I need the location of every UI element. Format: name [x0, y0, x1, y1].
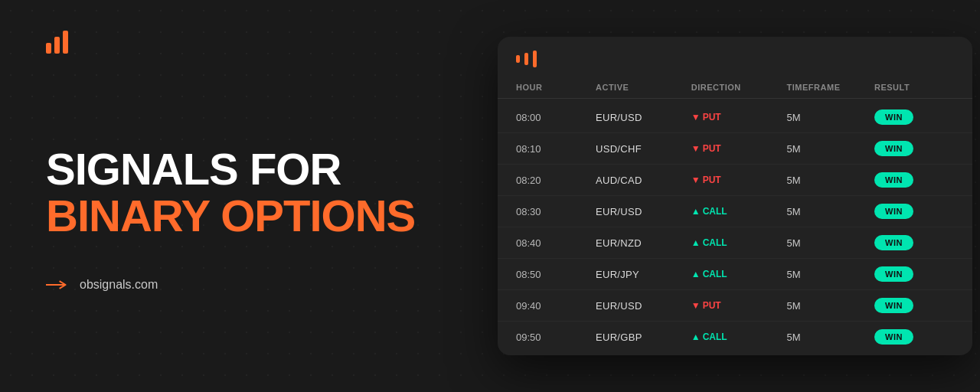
right-panel: HOUR AcTIVE DIRECTION TIMEFRAME RESULT 0… [475, 21, 980, 371]
trading-card: HOUR AcTIVE DIRECTION TIMEFRAME RESULT 0… [498, 37, 972, 355]
table-row: 08:50 EUR/JPY ▲CALL 5M WIN [498, 259, 972, 290]
card-logo-bar-2 [524, 53, 528, 65]
table-row: 08:40 EUR/NZD ▲CALL 5M WIN [498, 227, 972, 259]
cell-direction: ▲CALL [691, 206, 787, 217]
cell-hour: 08:40 [516, 237, 596, 249]
cell-result: WIN [874, 109, 954, 125]
table-row: 08:30 EUR/USD ▲CALL 5M WIN [498, 196, 972, 227]
headline-line1: SIGNALS FOR [46, 146, 429, 193]
cell-result: WIN [874, 266, 954, 282]
cell-active: AUD/CAD [596, 175, 691, 186]
cell-result: WIN [874, 141, 954, 156]
cell-timeframe: 5M [787, 300, 874, 312]
col-hour: HOUR [516, 83, 596, 92]
cell-timeframe: 5M [787, 269, 874, 280]
cell-result: WIN [874, 235, 954, 250]
cell-hour: 08:00 [516, 112, 596, 123]
logo-bar-1 [46, 43, 51, 54]
website-link[interactable]: obsignals.com [46, 278, 429, 292]
result-badge: WIN [874, 172, 913, 188]
cell-hour: 08:30 [516, 206, 596, 217]
cell-direction: ▲CALL [691, 237, 787, 248]
cell-active: USD/CHF [596, 143, 691, 155]
cell-result: WIN [874, 329, 954, 345]
cell-direction: ▼PUT [691, 175, 787, 185]
cell-timeframe: 5M [787, 332, 874, 343]
cell-timeframe: 5M [787, 175, 874, 186]
website-label: obsignals.com [80, 278, 158, 292]
card-logo-bar-1 [516, 55, 520, 63]
result-badge: WIN [874, 298, 913, 313]
table-row: 09:50 EUR/GBP ▲CALL 5M WIN [498, 322, 972, 352]
cell-hour: 08:50 [516, 269, 596, 280]
col-timeframe: TIMEFRAME [787, 83, 874, 92]
cell-result: WIN [874, 172, 954, 188]
result-badge: WIN [874, 266, 913, 282]
cell-active: EUR/USD [596, 206, 691, 217]
col-direction: DIRECTION [691, 83, 787, 92]
cell-active: EUR/USD [596, 300, 691, 312]
table-header: HOUR AcTIVE DIRECTION TIMEFRAME RESULT [498, 77, 972, 99]
cell-direction: ▼PUT [691, 143, 787, 154]
cell-active: EUR/NZD [596, 237, 691, 249]
table-row: 08:00 EUR/USD ▼PUT 5M WIN [498, 102, 972, 133]
cell-timeframe: 5M [787, 143, 874, 155]
logo-bar-2 [54, 37, 60, 54]
headline: SIGNALS FOR BINARY OPTIONS [46, 146, 429, 240]
cell-direction: ▼PUT [691, 300, 787, 311]
main-container: SIGNALS FOR BINARY OPTIONS obsignals.com… [0, 0, 980, 392]
cell-hour: 09:50 [516, 332, 596, 343]
cell-direction: ▲CALL [691, 332, 787, 342]
left-panel: SIGNALS FOR BINARY OPTIONS obsignals.com [0, 0, 475, 392]
cell-timeframe: 5M [787, 206, 874, 217]
cell-active: EUR/USD [596, 112, 691, 123]
table-row: 08:20 AUD/CAD ▼PUT 5M WIN [498, 165, 972, 196]
table-body: 08:00 EUR/USD ▼PUT 5M WIN 08:10 USD/CHF … [498, 99, 972, 355]
cell-active: EUR/JPY [596, 269, 691, 280]
cell-timeframe: 5M [787, 237, 874, 249]
table-row: 08:10 USD/CHF ▼PUT 5M WIN [498, 133, 972, 165]
card-logo-bar-3 [533, 51, 537, 67]
logo-bar-3 [63, 31, 68, 54]
cell-active: EUR/GBP [596, 332, 691, 343]
cell-hour: 08:10 [516, 143, 596, 155]
headline-line2: BINARY OPTIONS [46, 193, 429, 240]
result-badge: WIN [874, 204, 913, 219]
cell-timeframe: 5M [787, 112, 874, 123]
cell-hour: 08:20 [516, 175, 596, 186]
result-badge: WIN [874, 109, 913, 125]
cell-direction: ▲CALL [691, 269, 787, 279]
result-badge: WIN [874, 141, 913, 156]
card-header [498, 37, 972, 77]
result-badge: WIN [874, 235, 913, 250]
table-row: 09:40 EUR/USD ▼PUT 5M WIN [498, 290, 972, 322]
logo [46, 31, 68, 54]
result-badge: WIN [874, 329, 913, 345]
cell-result: WIN [874, 204, 954, 219]
col-active: AcTIVE [596, 83, 691, 92]
col-result: RESULT [874, 83, 954, 92]
arrow-icon [46, 279, 70, 291]
cell-result: WIN [874, 298, 954, 313]
cell-direction: ▼PUT [691, 112, 787, 122]
cell-hour: 09:40 [516, 300, 596, 312]
